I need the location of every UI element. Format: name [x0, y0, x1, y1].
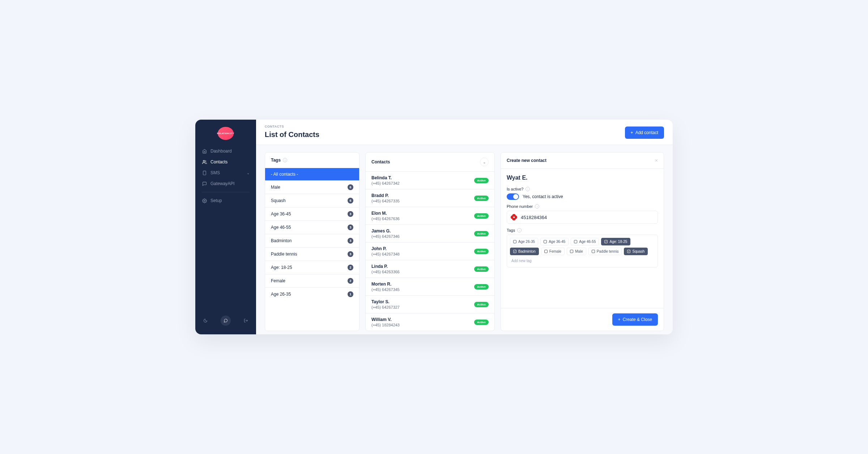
contact-row[interactable]: John P.(+45) 64267348Active: [366, 243, 494, 260]
svg-rect-1: [203, 171, 206, 175]
svg-point-3: [204, 200, 205, 201]
active-label: Is active? i: [507, 187, 658, 191]
tag-row[interactable]: Female2: [265, 274, 359, 288]
sidebar-item-setup[interactable]: Setup: [198, 195, 253, 206]
page-title: List of Contacts: [265, 130, 319, 139]
sidebar-item-gatewayapi[interactable]: GatewayAPI: [198, 178, 253, 189]
logout-button[interactable]: [241, 316, 251, 326]
tag-chip[interactable]: ✓Squash: [624, 248, 648, 255]
close-icon[interactable]: ×: [655, 158, 658, 163]
contact-row[interactable]: Linda P.(+45) 64263366Active: [366, 260, 494, 278]
status-badge: Active: [474, 178, 489, 183]
panel-title-text: Contacts: [371, 159, 390, 164]
plus-icon: +: [618, 317, 621, 322]
checkbox-icon: [570, 250, 573, 253]
tag-chip[interactable]: Age 26-35: [510, 238, 538, 245]
theme-toggle[interactable]: [200, 316, 210, 326]
contact-row[interactable]: Belinda T.(+45) 64267342Active: [366, 172, 494, 189]
contact-name: Elon M.: [371, 211, 400, 216]
tag-row[interactable]: Paddle tennis3: [265, 248, 359, 261]
contact-name: John P.: [371, 246, 400, 251]
tags-header: Tags i: [265, 153, 359, 168]
app-window: RELATIONCITY DashboardContactsSMS⌄Gatewa…: [195, 120, 673, 334]
tag-chip[interactable]: Male: [567, 248, 586, 255]
detail-body: Wyat E. Is active? i Yes, contact is act…: [501, 169, 664, 308]
tag-chip[interactable]: Paddle tennis: [588, 248, 622, 255]
tag-count: 2: [348, 278, 353, 284]
status-badge: Active: [474, 249, 489, 254]
tag-count: 3: [348, 238, 353, 244]
nav-secondary: Setup: [195, 195, 256, 206]
tag-row[interactable]: Male6: [265, 181, 359, 194]
sidebar-item-label: Setup: [210, 198, 222, 203]
active-toggle[interactable]: [507, 193, 519, 200]
contact-row[interactable]: Elon M.(+45) 64267636Active: [366, 207, 494, 225]
checkbox-icon: ✓: [513, 250, 516, 253]
tags-label: Tags i: [507, 228, 658, 232]
info-icon[interactable]: i: [535, 204, 539, 209]
contact-row[interactable]: Morten R.(+45) 64267345Active: [366, 278, 494, 296]
sidebar-item-dashboard[interactable]: Dashboard: [198, 146, 253, 157]
contact-phone: (+45) 64263366: [371, 270, 400, 274]
add-tag-input[interactable]: Add new tag: [510, 257, 533, 264]
contact-name: Linda P.: [371, 264, 400, 269]
contact-phone: (+45) 64267348: [371, 252, 400, 256]
tag-chip[interactable]: Age 46-55: [571, 238, 599, 245]
sidebar-item-contacts[interactable]: Contacts: [198, 157, 253, 167]
chevron-down-icon: ⌄: [483, 160, 486, 164]
add-contact-button[interactable]: + Add contact: [625, 127, 664, 139]
tag-count: 6: [348, 184, 353, 190]
chevron-down-icon: ⌄: [247, 171, 250, 175]
nav-divider: [202, 192, 250, 192]
contact-row[interactable]: William V.(+45) 18284243Active: [366, 313, 494, 331]
phone-input[interactable]: [521, 215, 654, 220]
contact-name: Belinda T.: [371, 175, 400, 180]
tag-row[interactable]: Age 26-351: [265, 288, 359, 301]
tag-row[interactable]: Age: 18-252: [265, 261, 359, 274]
checkbox-icon: ✓: [604, 240, 608, 243]
status-badge: Active: [474, 196, 489, 201]
tag-label: Paddle tennis: [271, 252, 297, 257]
contacts-panel: Contacts ⌄ Belinda T.(+45) 64267342Activ…: [365, 152, 495, 331]
tag-row[interactable]: Squash6: [265, 194, 359, 207]
contact-phone: (+45) 64267327: [371, 305, 400, 309]
info-icon[interactable]: i: [283, 158, 287, 162]
tag-chip[interactable]: Female: [541, 248, 565, 255]
chip-label: Age 36-45: [549, 240, 565, 244]
tag-label: Age 46-55: [271, 225, 291, 230]
checkbox-icon: [544, 240, 547, 243]
contact-name: Taylor S.: [371, 299, 400, 304]
detail-panel: Create new contact × Wyat E. Is active? …: [501, 152, 664, 331]
chip-label: Female: [549, 249, 561, 253]
status-badge: Active: [474, 266, 489, 272]
detail-header: Create new contact ×: [501, 153, 664, 169]
tag-count: 3: [348, 251, 353, 257]
status-badge: Active: [474, 320, 489, 325]
main: CONTACTS List of Contacts + Add contact …: [256, 120, 673, 334]
contact-row[interactable]: Bradd P.(+45) 64267335Active: [366, 189, 494, 207]
status-badge: Active: [474, 302, 489, 307]
chat-button[interactable]: [221, 316, 231, 326]
tag-chip[interactable]: ✓Age: 18-25: [601, 238, 630, 245]
tag-row[interactable]: Age 36-453: [265, 207, 359, 221]
contact-list: Belinda T.(+45) 64267342ActiveBradd P.(+…: [366, 172, 494, 331]
breadcrumb: CONTACTS: [265, 125, 319, 128]
checkbox-icon: [592, 250, 595, 253]
tag-list: - All contacts -Male6Squash6Age 36-453Ag…: [265, 168, 359, 301]
checkbox-icon: [544, 250, 548, 253]
contact-row[interactable]: Taylor S.(+45) 64267327Active: [366, 296, 494, 313]
contact-row[interactable]: James G.(+45) 64267346Active: [366, 225, 494, 243]
tag-chip[interactable]: Age 36-45: [540, 238, 569, 245]
tag-row[interactable]: Badminton3: [265, 234, 359, 248]
create-close-button[interactable]: + Create & Close: [612, 313, 658, 326]
tag-chip[interactable]: ✓Badminton: [510, 248, 539, 255]
sidebar-item-sms[interactable]: SMS⌄: [198, 167, 253, 178]
tag-row[interactable]: - All contacts -: [265, 168, 359, 181]
contact-name: Morten R.: [371, 282, 400, 287]
info-icon[interactable]: i: [526, 187, 530, 191]
contact-name: James G.: [371, 228, 400, 234]
collapse-button[interactable]: ⌄: [480, 158, 489, 166]
info-icon[interactable]: i: [517, 228, 522, 232]
phone-field[interactable]: [507, 211, 658, 224]
tag-row[interactable]: Age 46-553: [265, 221, 359, 234]
